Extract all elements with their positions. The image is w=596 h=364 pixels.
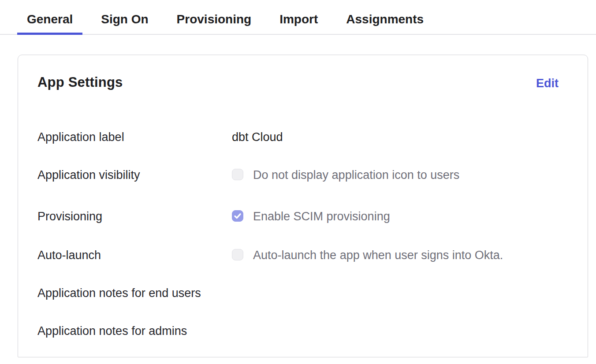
edit-button[interactable]: Edit — [536, 74, 559, 92]
tab-import[interactable]: Import — [270, 0, 328, 34]
auto-launch-checkbox-wrap: Auto-launch the app when user signs into… — [232, 249, 503, 261]
scim-provisioning-checkbox[interactable] — [232, 210, 243, 222]
field-label: Provisioning — [37, 210, 232, 223]
settings-rows: Application label dbt Cloud Application … — [37, 131, 568, 337]
checkmark-icon — [234, 212, 242, 220]
tab-sign-on[interactable]: Sign On — [91, 0, 158, 34]
tab-provisioning[interactable]: Provisioning — [167, 0, 261, 34]
field-label: Application notes for admins — [37, 325, 232, 337]
checkbox-caption[interactable]: Do not display application icon to users — [253, 169, 459, 181]
provisioning-checkbox-wrap: Enable SCIM provisioning — [232, 210, 390, 223]
row-application-label: Application label dbt Cloud — [37, 131, 568, 143]
field-label: Application visibility — [37, 169, 232, 181]
field-label: Auto-launch — [37, 249, 232, 261]
tab-assignments[interactable]: Assignments — [336, 0, 433, 34]
application-visibility-checkbox-wrap: Do not display application icon to users — [232, 169, 459, 181]
field-label: Application label — [37, 131, 232, 143]
card-header: App Settings Edit — [37, 74, 568, 92]
row-notes-admins: Application notes for admins — [37, 325, 568, 337]
row-auto-launch: Auto-launch Auto-launch the app when use… — [37, 249, 568, 261]
app-tab-bar: General Sign On Provisioning Import Assi… — [0, 0, 596, 35]
checkbox-caption[interactable]: Auto-launch the app when user signs into… — [253, 249, 503, 261]
card-title: App Settings — [37, 74, 123, 91]
row-application-visibility: Application visibility Do not display ap… — [37, 169, 568, 181]
application-label-value: dbt Cloud — [232, 131, 283, 143]
row-notes-end-users: Application notes for end users — [37, 287, 568, 299]
row-provisioning: Provisioning Enable SCIM provisioning — [37, 210, 568, 223]
auto-launch-checkbox[interactable] — [232, 249, 243, 260]
application-visibility-checkbox[interactable] — [232, 169, 243, 180]
checkbox-caption[interactable]: Enable SCIM provisioning — [253, 210, 390, 223]
app-settings-card: App Settings Edit Application label dbt … — [18, 55, 588, 357]
tab-general[interactable]: General — [17, 0, 82, 34]
field-label: Application notes for end users — [37, 287, 232, 299]
